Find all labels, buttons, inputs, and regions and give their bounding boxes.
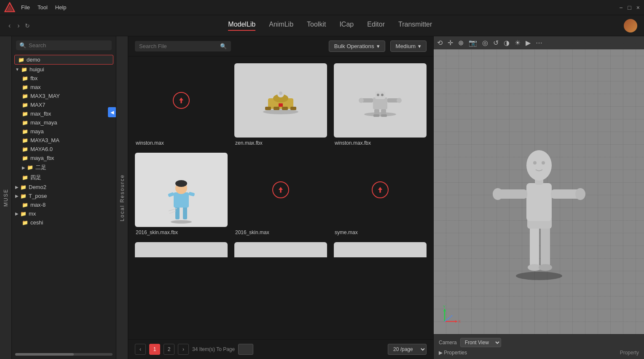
nav-back-button[interactable]: ‹ (7, 20, 12, 31)
prev-page-button[interactable]: ‹ (135, 344, 146, 355)
tree-item-fbx[interactable]: 📁 fbx (12, 74, 116, 83)
menu-file[interactable]: File (21, 4, 30, 11)
search-input[interactable] (29, 42, 108, 49)
bulk-operations-button[interactable]: Bulk Operations ▾ (329, 40, 385, 52)
tree-item-maya3ma[interactable]: 📁 MAYA3_MA (12, 136, 116, 145)
zoom-in-icon[interactable]: ⊕ (458, 39, 464, 47)
tree-item-sizu[interactable]: 📁 四足 (12, 173, 116, 183)
svg-rect-8 (274, 107, 279, 110)
tree-item-maya60[interactable]: 📁 MAYA6.0 (12, 145, 116, 154)
tree-item-max7[interactable]: 📁 MAX7 (12, 100, 116, 109)
svg-rect-37 (541, 225, 550, 267)
svg-point-12 (364, 112, 396, 116)
tree-item-tpose[interactable]: ▶ 📁 T_pose (12, 192, 116, 200)
tree-item-maya[interactable]: 📁 maya (12, 127, 116, 136)
search-file-box[interactable]: 🔍 (135, 41, 231, 51)
tab-animlib[interactable]: AnimLib (269, 21, 293, 31)
page-2-button[interactable]: 2 (164, 344, 174, 355)
tree-item-demo[interactable]: 📁 demo (14, 55, 113, 65)
brightness-icon[interactable]: ☀ (515, 39, 521, 47)
grid-thumb-partial-0 (135, 242, 228, 257)
close-button[interactable]: × (636, 4, 640, 11)
camera-icon[interactable]: 📷 (469, 39, 477, 47)
dots-icon[interactable]: ⋯ (536, 39, 542, 47)
local-resource-tab[interactable]: Local Resource (116, 36, 128, 359)
grid-label-1: zen.max.fbx (234, 140, 327, 146)
tree-item-max-maya[interactable]: 📁 max_maya (12, 118, 116, 127)
menu-help[interactable]: Help (55, 4, 67, 11)
tree-item-max8[interactable]: 📁 max-8 (12, 200, 116, 209)
grid-item-1[interactable]: zen.max.fbx (234, 63, 327, 146)
grid-thumb-partial-1 (234, 242, 327, 257)
tab-editor[interactable]: Editor (367, 21, 385, 31)
main-area: MUSE 🔍 ◀ 📁 demo ▼ 📁 huigui 📁 fbx (0, 36, 644, 359)
expand-arrow: ▶ (15, 185, 19, 189)
tree-item-huigui[interactable]: ▼ 📁 huigui (12, 65, 116, 74)
tab-icap[interactable]: ICap (339, 21, 354, 31)
contrast-icon[interactable]: ◑ (504, 39, 510, 47)
per-page-select[interactable]: 20 /page 50 /page 100 /page (388, 344, 427, 355)
tab-transmitter[interactable]: Transmitter (398, 21, 432, 31)
svg-rect-24 (381, 114, 387, 117)
grid-item-7[interactable] (234, 242, 327, 257)
folder-icon: 📁 (22, 111, 28, 117)
right-panel: ⟲ ✛ ⊕ 📷 ◎ ↺ ◑ ☀ ▶ ⋯ (433, 36, 644, 359)
camera-label: Camera (439, 340, 457, 346)
tree-label: mx (29, 211, 36, 217)
tree-item-max3may[interactable]: 📁 MAX3_MAY (12, 92, 116, 100)
svg-rect-9 (282, 107, 288, 110)
svg-point-39 (539, 264, 552, 271)
tree-item-erzu[interactable]: ▶ 📁 二足 (12, 162, 116, 173)
local-resource-label[interactable]: Local Resource (119, 174, 125, 221)
tree-item-ceshi[interactable]: 📁 ceshi (12, 218, 116, 227)
svg-point-32 (175, 180, 187, 187)
menu-tool[interactable]: Tool (38, 4, 48, 11)
grid-thumb-5 (334, 153, 427, 227)
maximize-button[interactable]: □ (628, 4, 631, 11)
grid-thumb-3 (135, 153, 228, 227)
tree-item-demo2[interactable]: ▶ 📁 Demo2 (12, 183, 116, 192)
grid-item-4[interactable]: 2016_skin.max (234, 153, 327, 235)
grid-item-6[interactable] (135, 242, 228, 257)
grid-item-0[interactable]: winston.max (135, 63, 228, 146)
nav-refresh-button[interactable]: ↻ (25, 22, 30, 29)
tree-item-maya-fbx[interactable]: 📁 maya_fbx (12, 154, 116, 162)
user-avatar[interactable] (624, 19, 637, 32)
content-area: 🔍 Bulk Operations ▾ Medium ▾ (128, 36, 433, 359)
folder-icon: 📁 (20, 184, 27, 190)
nav-forward-button[interactable]: › (16, 20, 21, 31)
search-file-input[interactable] (139, 43, 218, 49)
svg-rect-41 (526, 183, 552, 221)
tab-toolkit[interactable]: Toolkit (307, 21, 326, 31)
grid-item-3[interactable]: 2016_skin.max.fbx (135, 153, 228, 235)
grid-item-8[interactable] (334, 242, 427, 257)
page-jump-input[interactable] (238, 344, 253, 355)
muse-label[interactable]: MUSE (3, 189, 9, 207)
sidebar-toggle-button[interactable]: ◀ (108, 107, 116, 117)
sidebar-search-box[interactable]: 🔍 (16, 40, 112, 50)
properties-toggle[interactable]: ▶ Properties (439, 350, 467, 356)
tree-item-max[interactable]: 📁 max (12, 83, 116, 92)
play-icon[interactable]: ▶ (526, 39, 531, 47)
tree-item-max-fbx[interactable]: 📁 max_fbx (12, 109, 116, 118)
minimize-button[interactable]: − (619, 4, 623, 11)
move-icon[interactable]: ✛ (448, 39, 453, 47)
grid-thumb-partial-2 (334, 242, 427, 257)
medium-size-button[interactable]: Medium ▾ (390, 40, 427, 52)
camera-select[interactable]: Front View Top View Side View Perspectiv… (460, 338, 501, 347)
reset-view-icon[interactable]: ⟲ (437, 39, 443, 47)
muse-tab[interactable]: MUSE (0, 36, 12, 359)
folder-icon: 📁 (18, 57, 24, 63)
svg-point-15 (377, 94, 379, 96)
svg-point-45 (575, 188, 585, 200)
tree-item-mx[interactable]: ▶ 📁 mx (12, 209, 116, 218)
target-icon[interactable]: ◎ (482, 39, 488, 47)
grid-item-5[interactable]: syme.max (334, 153, 427, 235)
nav-tabs: ModelLib AnimLib Toolkit ICap Editor Tra… (37, 21, 624, 31)
page-1-button[interactable]: 1 (149, 344, 160, 355)
svg-point-19 (359, 98, 364, 103)
tab-modellib[interactable]: ModelLib (228, 21, 255, 31)
grid-item-2[interactable]: winston.max.fbx (334, 63, 427, 146)
next-page-button[interactable]: › (178, 344, 189, 355)
rotate-icon[interactable]: ↺ (493, 39, 499, 47)
